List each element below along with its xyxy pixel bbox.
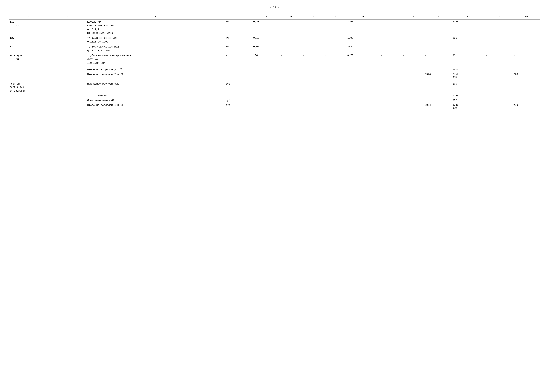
cell-row3-col5: 0,05 bbox=[252, 44, 280, 53]
cell-plan-col10 bbox=[380, 98, 402, 103]
cell-total1-col14 bbox=[485, 72, 513, 79]
header-col-4: 4 bbox=[225, 14, 253, 19]
cell-nakl-col15 bbox=[513, 82, 540, 93]
cell-itogo-col5 bbox=[252, 93, 280, 98]
cell-row3-col4: км bbox=[225, 44, 253, 53]
cell-row1-col7: - bbox=[302, 19, 324, 36]
cell-nakl-col11 bbox=[402, 82, 424, 93]
cell-row1-col15 bbox=[513, 19, 540, 36]
cell-totalii-col4 bbox=[225, 67, 253, 72]
cell-row1-col10: - bbox=[380, 19, 402, 36]
cell-row3-col14 bbox=[485, 44, 513, 53]
cell-nakl-col7 bbox=[302, 82, 324, 93]
cell-nakl-col13: 269 bbox=[452, 82, 485, 93]
page-header: - 62 - bbox=[9, 6, 540, 9]
cell-itogo-col15 bbox=[513, 93, 540, 98]
spacer-row2 bbox=[9, 79, 540, 82]
cell-totalii-col13: 66I3 bbox=[452, 67, 485, 72]
cell-totalii-col12 bbox=[424, 67, 452, 72]
cell-row1-col1: II.-"- стр.82 bbox=[9, 19, 48, 36]
cell-row2-col2 bbox=[48, 36, 86, 44]
cell-plan-col8 bbox=[324, 98, 346, 103]
cell-row4-col15: - bbox=[513, 53, 540, 66]
cell-total1-col9 bbox=[346, 72, 380, 79]
cell-row1-col9: 7296 bbox=[346, 19, 380, 36]
cell-row2-col15 bbox=[513, 36, 540, 44]
cell-row3-col15 bbox=[513, 44, 540, 53]
cell-row2-col9: I392 bbox=[346, 36, 380, 44]
cell-row2-col1: I2.-"- bbox=[9, 36, 48, 44]
cell-itogo-col11 bbox=[402, 93, 424, 98]
cell-final-col10 bbox=[380, 103, 402, 110]
cell-row2-col13: 25I bbox=[452, 36, 485, 44]
cell-row3-col12: - bbox=[424, 44, 452, 53]
cell-total1-col7 bbox=[302, 72, 324, 79]
cell-plan-col7 bbox=[302, 98, 324, 103]
cell-total1-col2 bbox=[48, 72, 86, 79]
cell-nakl-col5 bbox=[252, 82, 280, 93]
cell-row3-col10: - bbox=[380, 44, 402, 53]
cell-final-col7 bbox=[302, 103, 324, 110]
cell-row4-col4: м bbox=[225, 53, 253, 66]
cell-itogo-col10 bbox=[380, 93, 402, 98]
cell-row2-col10: - bbox=[380, 36, 402, 44]
cell-row2-col14 bbox=[485, 36, 513, 44]
cell-plan-col12 bbox=[424, 98, 452, 103]
header-col-11: II bbox=[402, 14, 424, 19]
cell-plan-col6 bbox=[280, 98, 302, 103]
plan-row: План.накопления 8% руб 6I8 bbox=[9, 98, 540, 103]
cell-row4-col12: - bbox=[424, 53, 452, 66]
cell-final-col2 bbox=[48, 103, 86, 110]
cell-totalii-col5 bbox=[252, 67, 280, 72]
cell-nakl-col9 bbox=[346, 82, 380, 93]
cell-row3-col7: - bbox=[302, 44, 324, 53]
cell-itogo-col3: Итого: bbox=[86, 93, 225, 98]
cell-total1-col1 bbox=[9, 72, 48, 79]
cell-row3-col8: - bbox=[324, 44, 346, 53]
cell-totalii-col11 bbox=[402, 67, 424, 72]
cell-totalii-col1 bbox=[9, 67, 48, 72]
table-row: II.-"- стр.82 Кабель КРПТ сеч. 3х95+Iх35… bbox=[9, 19, 540, 36]
cell-nakl-col14 bbox=[485, 82, 513, 93]
cell-nakl-col6 bbox=[280, 82, 302, 93]
cell-totalii-col9 bbox=[346, 67, 380, 72]
bottom-spacer bbox=[9, 110, 540, 113]
cell-itogo-col13: 7728 bbox=[452, 93, 485, 98]
cell-row1-col4: км bbox=[225, 19, 253, 36]
cell-row3-col6: - bbox=[280, 44, 302, 53]
cell-final-col11 bbox=[402, 103, 424, 110]
header-col-9: 9 bbox=[346, 14, 380, 19]
cell-row2-col12: - bbox=[424, 36, 452, 44]
cell-final-col13: 8346 309 bbox=[452, 103, 485, 110]
cell-itogo-col2 bbox=[48, 93, 86, 98]
cell-row1-col11: - bbox=[402, 19, 424, 36]
cell-nakl-col12 bbox=[424, 82, 452, 93]
cell-plan-col3: План.накопления 8% bbox=[86, 98, 225, 103]
cell-plan-col14 bbox=[485, 98, 513, 103]
header-col-8: 8 bbox=[324, 14, 346, 19]
cell-row4-col10: - bbox=[380, 53, 402, 66]
cell-total1-col13: 7459 309 bbox=[452, 72, 485, 79]
cell-totalii-col2 bbox=[48, 67, 86, 72]
cell-row2-col8: - bbox=[324, 36, 346, 44]
cell-row2-col11: - bbox=[402, 36, 424, 44]
cell-final-col12: 3924 bbox=[424, 103, 452, 110]
cell-total1-col3: Итого по разделам I и II bbox=[86, 72, 225, 79]
cell-row3-col11: - bbox=[402, 44, 424, 53]
cell-row2-col6: - bbox=[280, 36, 302, 44]
cell-plan-col5 bbox=[252, 98, 280, 103]
header-col-6: 6 bbox=[280, 14, 302, 19]
cell-row2-col7: - bbox=[302, 36, 324, 44]
cell-row1-col6: - bbox=[280, 19, 302, 36]
cell-row1-col2 bbox=[48, 19, 86, 36]
header-row: I 2 3 4 5 6 7 8 9 IO II I2 I3 I4 I5 bbox=[9, 14, 540, 19]
cell-totalii-col8 bbox=[324, 67, 346, 72]
cell-plan-col15 bbox=[513, 98, 540, 103]
cell-totalii-col15 bbox=[513, 67, 540, 72]
cell-row4-col11: - bbox=[402, 53, 424, 66]
total-i-ii-row: Итого по разделам I и II 3924 7459 309 2… bbox=[9, 72, 540, 79]
cell-row4-col8: - bbox=[324, 53, 346, 66]
header-col-2: 2 bbox=[48, 14, 86, 19]
cell-row2-col3: То же,3хI6 +IхI0 мм2 0,15хI.2= I392 bbox=[86, 36, 225, 44]
cell-itogo-col1 bbox=[9, 93, 48, 98]
